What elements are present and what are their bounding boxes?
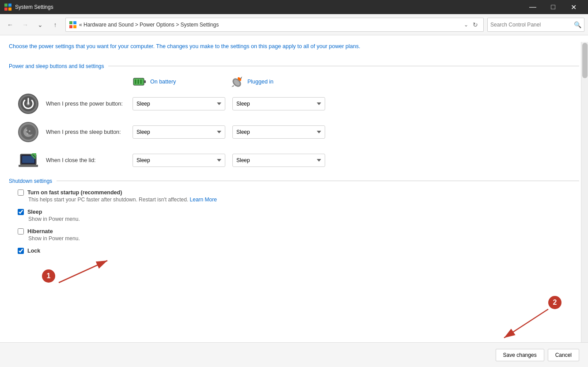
lid-label: When I close the lid: [46, 157, 133, 163]
section1-line [108, 66, 579, 66]
lock-item: Lock [18, 248, 579, 254]
address-bar: « Hardware and Sound > Power Options > S… [65, 18, 484, 32]
hibernate-checkbox[interactable] [18, 228, 24, 235]
titlebar-controls: — □ ✕ [523, 0, 584, 14]
sleep-button-row: When I press the sleep button: Sleep Hib… [18, 121, 579, 143]
svg-line-36 [504, 309, 548, 338]
search-input[interactable] [490, 22, 574, 28]
col-plugged-label: Plugged in [247, 79, 273, 85]
badge-1: 1 [42, 269, 55, 283]
lid-battery-select[interactable]: Sleep Hibernate Shut down Do nothing [133, 154, 225, 167]
svg-rect-12 [137, 79, 139, 84]
svg-rect-29 [22, 156, 34, 163]
svg-rect-11 [135, 79, 137, 84]
col-battery: On battery [133, 75, 230, 89]
svg-point-26 [27, 133, 28, 135]
titlebar: System Settings — □ ✕ [0, 0, 588, 14]
address-dropdown-icon[interactable]: ⌄ [464, 22, 468, 28]
main-content: Choose the power settings that you want … [0, 35, 588, 367]
svg-rect-6 [69, 25, 72, 28]
battery-icon [133, 75, 147, 89]
fast-startup-label[interactable]: Turn on fast startup (recommended) [27, 189, 122, 196]
section2-line [57, 181, 579, 181]
lid-plugged-select[interactable]: Sleep Hibernate Shut down Do nothing [232, 154, 325, 167]
hibernate-checkbox-row: Hibernate [18, 228, 579, 235]
svg-rect-2 [4, 8, 8, 11]
address-bar-icon [69, 21, 76, 28]
cancel-button[interactable]: Cancel [548, 349, 579, 361]
hibernate-item: Hibernate Show in Power menu. [18, 228, 579, 242]
svg-rect-7 [73, 25, 76, 28]
sleep-label[interactable]: Sleep [27, 209, 42, 215]
lid-icon [18, 150, 39, 171]
scrollbar-track[interactable] [581, 42, 588, 342]
arrow-1 [54, 256, 116, 287]
power-button-plugged-select[interactable]: Sleep Hibernate Shut down Do nothing [232, 97, 325, 110]
sleep-checkbox[interactable] [18, 209, 24, 215]
search-bar[interactable]: 🔍 [487, 18, 584, 32]
close-button[interactable]: ✕ [563, 0, 584, 14]
section1-header: Power and sleep buttons and lid settings [9, 63, 579, 69]
save-changes-button[interactable]: Save changes [496, 349, 544, 361]
minimize-button[interactable]: — [523, 0, 543, 14]
power-button-icon [18, 93, 39, 114]
power-button-label: When I press the power button: [46, 101, 133, 107]
fast-startup-subtext: This helps start your PC faster after sh… [28, 197, 579, 203]
col-battery-label: On battery [150, 79, 176, 85]
app-icon [4, 4, 11, 11]
breadcrumb: « Hardware and Sound > Power Options > S… [79, 22, 461, 28]
intro-text: Choose the power settings that you want … [9, 35, 579, 56]
sleep-subtext: Show in Power menu. [28, 216, 579, 222]
section2-header: Shutdown settings [9, 178, 579, 184]
bottom-bar: Save changes Cancel [0, 342, 588, 367]
forward-button[interactable]: → [19, 18, 32, 31]
back-button[interactable]: ← [4, 18, 17, 31]
maximize-button[interactable]: □ [543, 0, 563, 14]
fast-startup-checkbox-row: Turn on fast startup (recommended) [18, 189, 579, 196]
refresh-button[interactable]: ↻ [471, 20, 480, 29]
svg-rect-13 [140, 79, 142, 84]
lock-label[interactable]: Lock [27, 248, 40, 254]
search-icon: 🔍 [574, 21, 581, 28]
svg-rect-4 [69, 21, 72, 24]
recent-locations-button[interactable]: ⌄ [34, 18, 47, 31]
scrollbar-thumb[interactable] [582, 43, 588, 78]
svg-point-25 [29, 130, 30, 132]
sleep-button-battery-select[interactable]: Sleep Hibernate Do nothing [133, 125, 225, 139]
lock-checkbox-row: Lock [18, 248, 579, 254]
hibernate-label[interactable]: Hibernate [27, 228, 53, 235]
svg-rect-10 [144, 80, 146, 83]
lock-checkbox[interactable] [18, 248, 24, 254]
column-headers: On battery Plugged in [133, 75, 579, 89]
scrollable-content[interactable]: Choose the power settings that you want … [0, 35, 588, 342]
svg-rect-0 [4, 4, 8, 7]
svg-line-34 [59, 261, 107, 283]
svg-rect-1 [8, 4, 11, 7]
titlebar-title: System Settings [15, 4, 519, 10]
section1-title: Power and sleep buttons and lid settings [9, 63, 104, 69]
col-plugged: Plugged in [230, 75, 327, 89]
fast-startup-item: Turn on fast startup (recommended) This … [18, 189, 579, 203]
plugged-icon [230, 75, 244, 89]
sleep-button-plugged-select[interactable]: Sleep Hibernate Do nothing [232, 125, 325, 139]
badge-2: 2 [548, 296, 561, 309]
svg-point-24 [26, 129, 27, 131]
power-button-battery-select[interactable]: Sleep Hibernate Shut down Do nothing [133, 97, 225, 110]
up-button[interactable]: ↑ [49, 18, 62, 31]
sleep-button-label: When I press the sleep button: [46, 129, 133, 135]
sleep-item: Sleep Show in Power menu. [18, 209, 579, 222]
svg-rect-5 [73, 21, 76, 24]
section2-title: Shutdown settings [9, 178, 52, 184]
arrow-2 [500, 307, 553, 342]
svg-point-19 [27, 102, 30, 106]
navbar: ← → ⌄ ↑ « Hardware and Sound > Power Opt… [0, 14, 588, 35]
sleep-button-icon [18, 121, 39, 143]
fast-startup-checkbox[interactable] [18, 189, 24, 196]
learn-more-link[interactable]: Learn More [190, 197, 217, 203]
svg-rect-30 [19, 165, 38, 167]
power-button-row: When I press the power button: Sleep Hib… [18, 93, 579, 114]
sleep-checkbox-row: Sleep [18, 209, 579, 215]
lid-row: When I close the lid: Sleep Hibernate Sh… [18, 150, 579, 171]
hibernate-subtext: Show in Power menu. [28, 235, 579, 242]
svg-rect-3 [8, 8, 11, 11]
